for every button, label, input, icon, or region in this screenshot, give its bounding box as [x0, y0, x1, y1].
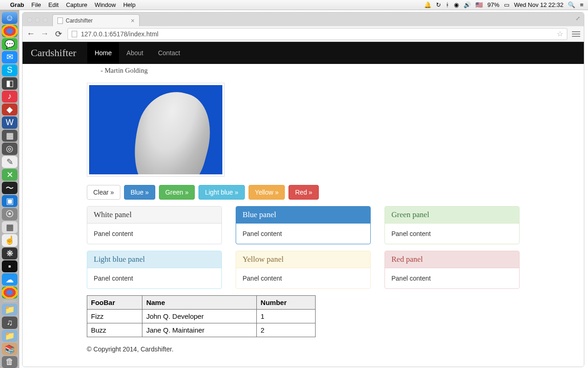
- panel-white: White panel Panel content: [87, 206, 222, 244]
- image-frame: [87, 83, 225, 177]
- dock-chrome2[interactable]: [2, 287, 17, 299]
- forward-button[interactable]: →: [40, 29, 49, 39]
- nav-contact[interactable]: Contact: [151, 42, 187, 63]
- quote-author: Martin Golding: [87, 64, 520, 83]
- dock-mail[interactable]: ✉: [2, 51, 17, 63]
- mac-menubar: Grab File Edit Capture Window Help 🔔 ↻ ᚼ…: [0, 0, 588, 10]
- dock-skype[interactable]: S: [2, 64, 17, 76]
- browser-window: Cardshifter × ⤢ ← → ⟳ 127.0.0.1:65178/in…: [22, 12, 584, 367]
- btn-green[interactable]: Green »: [159, 185, 195, 200]
- panel-body: Panel content: [236, 224, 370, 244]
- btn-yellow[interactable]: Yellow »: [249, 185, 285, 200]
- dock-app10[interactable]: ❋: [2, 247, 17, 259]
- browser-tab[interactable]: Cardshifter ×: [52, 14, 140, 26]
- dock-folder1[interactable]: 📁: [2, 304, 17, 316]
- dock-finder[interactable]: ☺: [2, 12, 17, 24]
- flag-icon[interactable]: 🇺🇸: [475, 1, 483, 8]
- reload-button[interactable]: ⟳: [54, 29, 63, 39]
- dock-folder2[interactable]: ♫: [2, 316, 17, 328]
- dock-app9[interactable]: ☝: [2, 234, 17, 246]
- battery-icon[interactable]: ▭: [504, 1, 509, 8]
- brand[interactable]: Cardshifter: [31, 47, 76, 59]
- wifi-icon[interactable]: ◉: [454, 1, 459, 8]
- window-controls[interactable]: [27, 17, 48, 23]
- dock-folder3[interactable]: 📁: [2, 330, 17, 342]
- notification-icon[interactable]: 🔔: [424, 1, 431, 8]
- dock-app5[interactable]: ✕: [2, 169, 17, 181]
- panel-body: Panel content: [385, 224, 519, 244]
- panel-body: Panel content: [236, 268, 370, 288]
- page-content: Cardshifter Home About Contact Martin Go…: [23, 42, 584, 367]
- menu-capture[interactable]: Capture: [66, 1, 87, 8]
- panel-body: Panel content: [87, 268, 221, 288]
- menu-edit[interactable]: Edit: [48, 1, 58, 8]
- back-button[interactable]: ←: [26, 29, 35, 39]
- active-app[interactable]: Grab: [10, 1, 24, 8]
- facepalm-statue-image: [89, 85, 222, 174]
- dock-app3[interactable]: ▦: [2, 130, 17, 142]
- dock-app2[interactable]: ◆: [2, 104, 17, 115]
- dock-app4[interactable]: ◎: [2, 143, 17, 155]
- cell: John Q. Developer: [142, 310, 257, 323]
- doc-icon: [57, 17, 63, 24]
- btn-lightblue[interactable]: Light blue »: [198, 185, 244, 200]
- page-icon: [72, 31, 77, 37]
- tab-strip: Cardshifter × ⤢: [23, 12, 584, 26]
- cell: Fizz: [87, 310, 142, 323]
- footer-copyright: © Copyright 2014, Cardshifter.: [87, 345, 520, 357]
- nav-about[interactable]: About: [119, 42, 151, 63]
- dock-app8[interactable]: ▦: [2, 221, 17, 233]
- panel-lightblue: Light blue panel Panel content: [87, 251, 222, 289]
- dock-app7[interactable]: ⦿: [2, 208, 17, 220]
- panel-body: Panel content: [385, 268, 519, 288]
- btn-clear[interactable]: Clear »: [87, 185, 120, 200]
- dock-chrome[interactable]: [2, 25, 17, 37]
- cell: Jane Q. Maintainer: [142, 323, 257, 337]
- spotlight-icon[interactable]: 🔍: [568, 1, 575, 8]
- dock-textedit[interactable]: ✎: [2, 156, 17, 168]
- menu-window[interactable]: Window: [95, 1, 116, 8]
- dock-app6[interactable]: ▣: [2, 195, 17, 207]
- chrome-menu-icon[interactable]: [572, 31, 580, 37]
- url-text: 127.0.0.1:65178/index.html: [81, 30, 158, 38]
- clock[interactable]: Wed Nov 12 22:32: [514, 1, 563, 8]
- dock-app1[interactable]: ◧: [2, 77, 17, 89]
- dock-terminal2[interactable]: ▪: [2, 260, 17, 272]
- bluetooth-icon[interactable]: ᚼ: [446, 1, 449, 8]
- cell: Buzz: [87, 323, 142, 337]
- data-table: FooBar Name Number Fizz John Q. Develope…: [87, 295, 316, 337]
- dock-terminal[interactable]: 〜: [2, 182, 17, 194]
- volume-icon[interactable]: 🔊: [464, 1, 471, 8]
- dock-messages[interactable]: 💬: [2, 38, 17, 50]
- panel-heading: White panel: [87, 207, 221, 224]
- menu-file[interactable]: File: [31, 1, 41, 8]
- battery-percent[interactable]: 97%: [487, 1, 499, 8]
- table-row: Buzz Jane Q. Maintainer 2: [87, 323, 316, 337]
- th-number: Number: [257, 296, 316, 310]
- dock-trash[interactable]: 🗑: [2, 356, 17, 368]
- maximize-icon[interactable]: ⤢: [576, 15, 580, 22]
- tab-title: Cardshifter: [66, 17, 93, 24]
- bookmark-star-icon[interactable]: ☆: [557, 29, 563, 38]
- dock-folder4[interactable]: 📚: [2, 343, 17, 355]
- btn-blue[interactable]: Blue »: [124, 185, 155, 200]
- panel-heading: Green panel: [385, 207, 519, 224]
- panel-green: Green panel Panel content: [384, 206, 520, 244]
- dock-word[interactable]: W: [2, 116, 17, 128]
- dock: ☺ 💬 ✉ S ◧ ♪ ◆ W ▦ ◎ ✎ ✕ 〜 ▣ ⦿ ▦ ☝ ❋ ▪ ☁ …: [0, 10, 19, 368]
- btn-red[interactable]: Red »: [288, 185, 318, 200]
- dock-itunes[interactable]: ♪: [2, 91, 17, 103]
- browser-toolbar: ← → ⟳ 127.0.0.1:65178/index.html ☆: [23, 26, 584, 42]
- panel-heading: Red panel: [385, 251, 519, 268]
- panel-heading: Light blue panel: [87, 251, 221, 268]
- panel-heading: Blue panel: [236, 207, 370, 224]
- close-tab-icon[interactable]: ×: [131, 17, 135, 24]
- menu-help[interactable]: Help: [123, 1, 136, 8]
- timemachine-icon[interactable]: ↻: [436, 1, 441, 8]
- site-navbar: Cardshifter Home About Contact: [23, 42, 584, 64]
- nav-home[interactable]: Home: [87, 42, 119, 63]
- menu-icon[interactable]: ≡: [580, 1, 583, 8]
- panels-row2: Light blue panel Panel content Yellow pa…: [87, 251, 520, 289]
- url-bar[interactable]: 127.0.0.1:65178/index.html ☆: [68, 28, 567, 40]
- dock-icloud[interactable]: ☁: [2, 273, 17, 285]
